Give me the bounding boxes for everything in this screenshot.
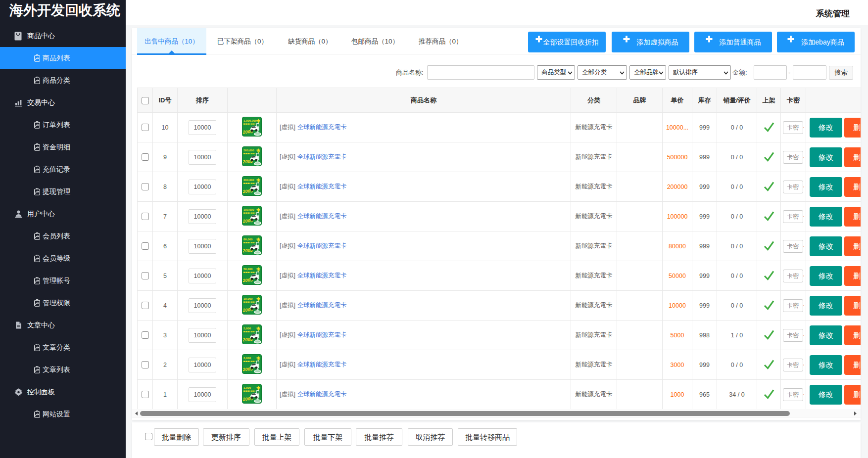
svg-text:80,000: 80,000 [243, 238, 253, 241]
svg-text:3,000: 3,000 [243, 357, 251, 360]
svg-text:10,000: 10,000 [243, 297, 253, 300]
svg-text:200,000: 200,000 [243, 179, 254, 182]
svg-text:100,000: 100,000 [243, 208, 254, 211]
svg-text:1,000,000: 1,000,000 [243, 119, 257, 122]
svg-text:5,000: 5,000 [243, 327, 251, 330]
svg-text:1,000: 1,000 [243, 386, 251, 389]
svg-text:500,000: 500,000 [243, 149, 254, 152]
svg-text:50,000: 50,000 [243, 268, 253, 271]
